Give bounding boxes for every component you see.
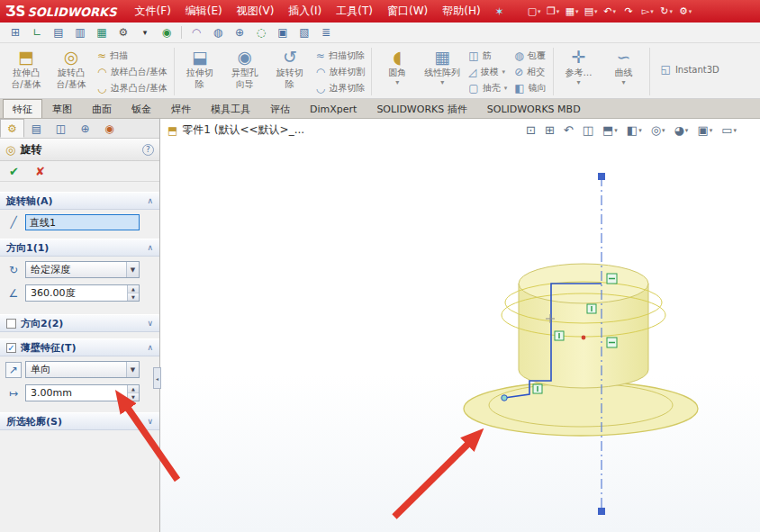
menu-help[interactable]: 帮助(H) — [435, 0, 487, 23]
panel-collapse-handle[interactable]: ◂ — [153, 367, 161, 389]
new-document-icon[interactable]: ▢ — [526, 5, 543, 17]
rebuild-icon[interactable]: ↻ — [658, 5, 675, 17]
menu-insert[interactable]: 插入(I) — [281, 0, 329, 23]
tab-solidworks-mbd[interactable]: SOLIDWORKS MBD — [477, 99, 591, 118]
angle-spinner[interactable]: 360.00度 ▲▼ — [25, 284, 140, 302]
help-icon[interactable]: ? — [142, 144, 154, 156]
breadcrumb[interactable]: ⬒ 零件1 (默认<<默认>_... — [167, 122, 304, 138]
print-icon[interactable]: ▤ — [583, 5, 600, 17]
graphics-viewport[interactable]: ⬒ 零件1 (默认<<默认>_... ⊡ ⊞ ↶ ◫ ⬒ ◧ ◎ ◕ ▣ ▭ — [160, 119, 760, 532]
spinner-buttons[interactable]: ▲▼ — [127, 385, 139, 401]
spin-up-icon[interactable]: ▲ — [128, 285, 139, 293]
section-view-icon[interactable]: ◫ — [583, 123, 593, 137]
undo-icon[interactable]: ↶ — [602, 5, 619, 17]
end-condition-dropdown[interactable]: 给定深度 ▼ — [25, 261, 140, 278]
direction1-section-header[interactable]: 方向1(1) ∧ — [0, 239, 159, 257]
linear-pattern-button[interactable]: ▦ 线性阵列 — [420, 45, 465, 86]
lofted-cut-button[interactable]: ◠ 放样切割 — [312, 64, 368, 80]
tab-sheet-metal[interactable]: 钣金 — [122, 99, 161, 118]
menu-view[interactable]: 视图(V) — [230, 0, 282, 23]
dimxpert-manager-tab[interactable]: ⊕ — [73, 119, 97, 138]
axis-selection-field[interactable]: 直线1 — [25, 214, 140, 230]
grid-icon[interactable]: ⊞ — [8, 26, 23, 39]
menu-tools[interactable]: 工具(T) — [329, 0, 380, 23]
view-orientation-icon[interactable]: ⬒ — [602, 123, 618, 137]
swept-cut-button[interactable]: ≈ 扫描切除 — [312, 48, 368, 64]
revolve-preview-model[interactable] — [160, 119, 760, 532]
previous-view-icon[interactable]: ↶ — [564, 123, 574, 137]
draft-button[interactable]: ◿ 拔模 — [465, 64, 511, 80]
menu-window[interactable]: 窗口(W) — [380, 0, 435, 23]
save-icon[interactable]: ▦ — [564, 5, 581, 17]
table-icon[interactable]: ▦ — [95, 26, 109, 39]
revolved-cut-button[interactable]: ↺ 旋转切 除 — [267, 45, 312, 90]
pin-menu-icon[interactable]: ✶ — [495, 5, 504, 18]
tab-evaluate[interactable]: 评估 — [260, 99, 300, 118]
reverse-direction-icon[interactable]: ↗ — [5, 362, 22, 378]
contours-section-header[interactable]: 所选轮廓(S) ∨ — [0, 412, 159, 430]
shade-icon[interactable]: ▧ — [297, 26, 312, 39]
direction2-checkbox[interactable] — [6, 319, 16, 329]
property-manager-tab[interactable]: ⚙ — [0, 119, 24, 138]
spinner-buttons[interactable]: ▲▼ — [127, 285, 139, 301]
tab-surfaces[interactable]: 曲面 — [82, 99, 122, 118]
settings-icon[interactable]: ⚙ — [116, 26, 131, 39]
mirror-button[interactable]: ◧ 镜向 — [511, 80, 549, 96]
sketch-corner-icon[interactable]: ∟ — [30, 26, 44, 39]
thin-feature-checkbox[interactable] — [6, 343, 16, 353]
revolved-boss-button[interactable]: ◎ 旋转凸 台/基体 — [49, 45, 94, 90]
lofted-boss-button[interactable]: ◠ 放样凸台/基体 — [94, 64, 171, 80]
thickness-spinner[interactable]: 3.00mm ▲▼ — [25, 384, 140, 401]
spin-down-icon[interactable]: ▼ — [128, 293, 139, 301]
arc-icon[interactable]: ◠ — [189, 26, 204, 39]
boundary-boss-button[interactable]: ◡ 边界凸台/基体 — [94, 80, 171, 96]
intersect-button[interactable]: ⊘ 相交 — [511, 64, 549, 80]
menu-edit[interactable]: 编辑(E) — [178, 0, 230, 23]
rib-button[interactable]: ◫ 筋 — [465, 48, 511, 64]
display-style-icon[interactable]: ◧ — [627, 123, 642, 137]
dropdown-icon[interactable]: ▾ — [138, 28, 152, 37]
list-icon[interactable]: ≣ — [319, 26, 333, 39]
wrap-button[interactable]: ◍ 包覆 — [511, 48, 549, 64]
spin-up-icon[interactable]: ▲ — [128, 385, 139, 392]
dropdown-arrow-icon[interactable]: ▼ — [126, 362, 139, 377]
dropdown-arrow-icon[interactable]: ▼ — [126, 262, 139, 277]
tab-features[interactable]: 特征 — [3, 99, 42, 118]
redo-icon[interactable]: ↷ — [620, 5, 638, 17]
shell-button[interactable]: ▢ 抽壳 — [465, 80, 511, 96]
curves-button[interactable]: ∽ 曲线 — [602, 45, 647, 86]
cancel-button[interactable]: ✘ — [35, 165, 45, 178]
tab-sketch[interactable]: 草图 — [42, 99, 82, 118]
tab-dimxpert[interactable]: DimXpert — [300, 99, 366, 118]
zoom-area-icon[interactable]: ⊞ — [545, 123, 555, 137]
feature-tree-tab[interactable]: ▤ — [24, 119, 49, 138]
configuration-manager-tab[interactable]: ◫ — [49, 119, 73, 138]
direction2-section-header[interactable]: 方向2(2) ∨ — [0, 314, 159, 332]
extruded-cut-button[interactable]: ⬓ 拉伸切 除 — [177, 45, 222, 90]
scene-icon[interactable]: ▣ — [697, 123, 712, 137]
menu-file[interactable]: 文件(F) — [128, 0, 178, 23]
view-settings-icon[interactable]: ▭ — [721, 123, 737, 137]
revolve-direction-icon[interactable]: ↻ — [5, 264, 22, 276]
zoom-icon[interactable]: ◌ — [254, 26, 268, 39]
zoom-in-icon[interactable]: ⊕ — [232, 26, 247, 39]
appearance-icon[interactable]: ◕ — [674, 123, 689, 137]
swept-boss-button[interactable]: ≈ 扫描 — [94, 48, 171, 64]
thin-type-dropdown[interactable]: 单向 ▼ — [25, 361, 140, 378]
document-alt-icon[interactable]: ▥ — [73, 26, 87, 39]
thin-feature-section-header[interactable]: 薄壁特征(T) ∧ — [0, 338, 159, 356]
open-icon[interactable]: ❐ — [545, 5, 562, 17]
select-icon[interactable]: ▻ — [639, 5, 656, 17]
document-icon[interactable]: ▤ — [51, 26, 66, 39]
tab-mold-tools[interactable]: 模具工具 — [201, 99, 260, 118]
spin-down-icon[interactable]: ▼ — [128, 392, 139, 401]
reference-geometry-button[interactable]: ✛ 参考… — [556, 45, 602, 86]
tab-solidworks-addins[interactable]: SOLIDWORKS 插件 — [366, 99, 476, 118]
display-manager-tab[interactable]: ◉ — [97, 119, 122, 138]
hide-show-icon[interactable]: ◎ — [651, 123, 665, 137]
pattern-icon[interactable]: ◍ — [211, 26, 225, 39]
hole-wizard-button[interactable]: ◉ 异型孔 向导 — [222, 45, 267, 90]
target-icon[interactable]: ◉ — [159, 26, 174, 39]
zoom-fit-icon[interactable]: ⊡ — [526, 123, 536, 137]
ok-button[interactable]: ✔ — [9, 165, 19, 178]
